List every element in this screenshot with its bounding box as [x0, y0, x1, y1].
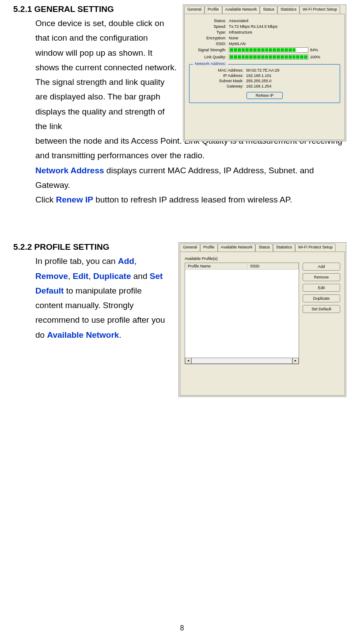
legend-network-address: Network Address: [193, 61, 228, 66]
row-ssid: SSID:MyWLAN [189, 42, 340, 46]
bar-link-quality [229, 54, 308, 60]
tab2-profile[interactable]: Profile [200, 244, 218, 252]
para-renew-text: button to refresh IP address leased from… [93, 195, 292, 204]
para-general-1a: Once device is set, double click on that… [35, 16, 177, 134]
label-signal-strength: Signal Strength: [189, 48, 229, 52]
highlight-renew-ip: Renew IP [56, 195, 93, 204]
label-subnet: Subnet Mask: [193, 79, 246, 83]
row-mac: MAC Address:00:02:72:7E:AA:29 [193, 68, 336, 72]
value-gateway: 192.168.1.254 [246, 84, 272, 88]
screenshot-general-tab: General Profile Available Network Status… [183, 4, 346, 141]
value-ssid: MyWLAN [229, 42, 340, 46]
value-status: Associated [229, 19, 340, 23]
section-general-setting: 5.2.1 GENERAL SETTING Once device is set… [13, 4, 346, 207]
label-encryption: Encryption: [189, 36, 229, 40]
highlight-available-network: Available Network [47, 330, 119, 340]
tabs-row-1: General Profile Available Network Status… [183, 5, 346, 14]
value-encryption: None [229, 36, 340, 40]
renew-ip-button[interactable]: ReNew IP [246, 92, 283, 99]
row-gateway: Gateway:192.168.1.254 [193, 84, 336, 88]
scroll-left-icon[interactable]: ◄ [185, 358, 191, 364]
label-status: Status: [189, 19, 229, 23]
add-button[interactable]: Add [303, 263, 340, 271]
row-link-quality: Link Quality: 100% [189, 54, 340, 60]
pct-link-quality: 100% [310, 55, 320, 59]
row-status: Status:Associated [189, 19, 340, 23]
label-ssid: SSID: [189, 42, 229, 46]
scroll-track[interactable] [191, 358, 292, 364]
remove-button[interactable]: Remove [303, 273, 340, 281]
tab-body-general: Status:Associated Speed:Tx:72 Mbps Rx:14… [184, 14, 345, 140]
tab2-general[interactable]: General [180, 244, 200, 252]
row-speed: Speed:Tx:72 Mbps Rx:144.5 Mbps [189, 24, 340, 29]
label-link-quality: Link Quality: [189, 55, 229, 59]
scrollbar-horizontal[interactable]: ◄ ► [185, 358, 299, 364]
row-ip: IP Address:192.168.1.101 [193, 73, 336, 78]
tab-available-network[interactable]: Available Network [222, 6, 260, 14]
tab-status[interactable]: Status [260, 6, 277, 14]
tab-general[interactable]: General [184, 6, 205, 14]
value-speed: Tx:72 Mbps Rx:144.5 Mbps [229, 24, 340, 29]
label-gateway: Gateway: [193, 84, 246, 88]
fieldset-network-address: Network Address: MAC Address:00:02:72:7E… [189, 64, 340, 103]
highlight-add: Add [118, 256, 134, 266]
para-profile: In profile tab, you can Add, Remove, Edi… [35, 254, 168, 342]
tab-statistics[interactable]: Statistics [277, 6, 300, 14]
bar-signal-strength [229, 47, 308, 53]
highlight-duplicate: Duplicate [93, 271, 131, 281]
para-renew-ip: Click Renew IP button to refresh IP addr… [35, 192, 346, 207]
click-text: Click [35, 195, 56, 204]
label-type: Type: [189, 30, 229, 34]
col-ssid[interactable]: SSID [247, 263, 299, 269]
pct-signal-strength: 84% [310, 48, 318, 52]
para-profile-1: In profile tab, you can [35, 256, 118, 266]
profile-buttons-col: Add Remove Edit Duplicate Set Default [303, 263, 340, 364]
label-ip: IP Address: [193, 73, 246, 78]
section-profile-setting: 5.2.2 PROFILE SETTING In profile tab, yo… [13, 242, 346, 342]
profile-list-header: Profile Name SSID [185, 263, 299, 270]
set-default-button[interactable]: Set Default [303, 305, 340, 313]
row-type: Type:Infrastructure [189, 30, 340, 34]
profile-list[interactable]: Profile Name SSID ◄ ► [185, 263, 299, 364]
para-network-address: Network Address displays current MAC Add… [35, 163, 346, 193]
row-encryption: Encryption:None [189, 36, 340, 40]
value-subnet: 255.255.255.0 [246, 79, 272, 83]
scroll-right-icon[interactable]: ► [292, 358, 299, 364]
tab-profile[interactable]: Profile [205, 6, 222, 14]
tab2-wifi-protect[interactable]: Wi-Fi Protect Setup [295, 244, 336, 252]
tabs-row-2: General Profile Available Network Status… [179, 243, 346, 252]
available-profiles-label: Available Profile(s) [185, 256, 340, 261]
tab2-statistics[interactable]: Statistics [273, 244, 295, 252]
page-number: 8 [180, 624, 184, 632]
value-ip: 192.168.1.101 [246, 73, 272, 78]
highlight-network-address: Network Address [35, 166, 104, 175]
profile-area: Profile Name SSID ◄ ► Add Remove Edit Du… [185, 263, 340, 364]
tab2-status[interactable]: Status [255, 244, 273, 252]
value-mac: 00:02:72:7E:AA:29 [246, 68, 280, 72]
highlight-edit: Edit [72, 271, 88, 281]
label-speed: Speed: [189, 24, 229, 29]
col-profile-name[interactable]: Profile Name [185, 263, 247, 269]
screenshot-profile-tab: General Profile Available Network Status… [178, 242, 346, 397]
row-signal-strength: Signal Strength: 84% [189, 47, 340, 53]
period: . [119, 330, 121, 340]
tab2-available-network[interactable]: Available Network [218, 244, 256, 252]
tab-body-profile: Available Profile(s) Profile Name SSID ◄… [180, 252, 345, 396]
duplicate-button[interactable]: Duplicate [303, 294, 340, 302]
and-text: and [131, 271, 149, 281]
tab-wifi-protect[interactable]: Wi-Fi Protect Setup [300, 6, 340, 14]
highlight-remove: Remove [35, 271, 68, 281]
row-subnet: Subnet Mask:255.255.255.0 [193, 79, 336, 83]
edit-button[interactable]: Edit [303, 284, 340, 292]
label-mac: MAC Address: [193, 68, 246, 72]
value-type: Infrastructure [229, 30, 340, 34]
